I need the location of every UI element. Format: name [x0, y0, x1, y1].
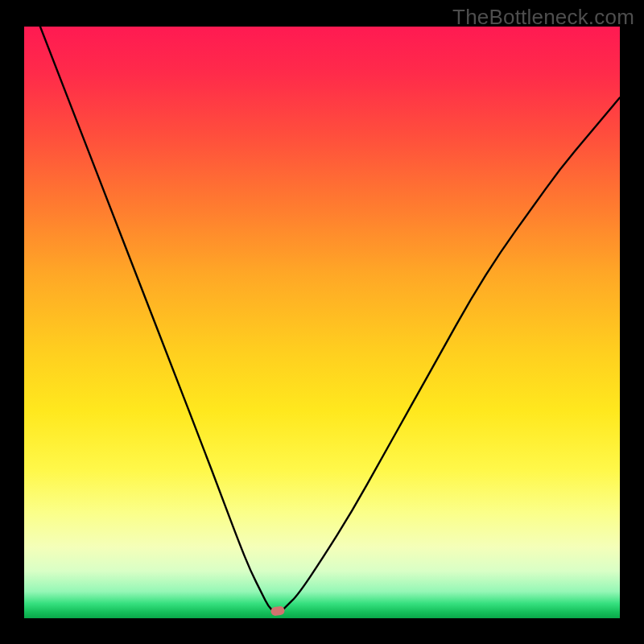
watermark-text: TheBottleneck.com [452, 5, 634, 30]
bottleneck-curve [24, 27, 620, 618]
curve-path [24, 27, 620, 613]
chart-frame: TheBottleneck.com [0, 0, 644, 644]
plot-area [24, 27, 620, 618]
